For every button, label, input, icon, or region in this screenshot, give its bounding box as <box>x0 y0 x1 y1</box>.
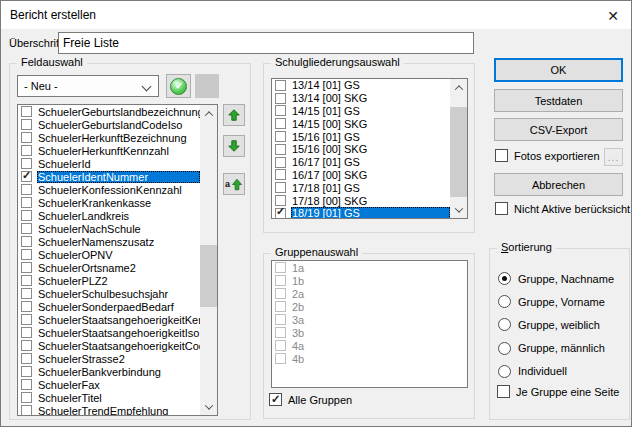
checkbox-icon[interactable] <box>21 119 32 130</box>
checkbox-icon[interactable] <box>275 208 286 218</box>
field-list-item[interactable]: SchuelerStaatsangehoerigkeitKennzahl <box>18 313 200 326</box>
checkbox-icon[interactable] <box>21 106 32 117</box>
schulgliederung-scrollbar[interactable] <box>450 79 467 218</box>
schulgliederung-list[interactable]: 13/14 [01] GS 13/14 [00] SKG 14/15 [01] … <box>271 78 468 219</box>
je-gruppe-checkbox[interactable]: Je Gruppe eine Seite <box>497 385 619 398</box>
field-list-item[interactable]: SchuelerKrankenkasse <box>18 196 200 209</box>
scroll-up-icon[interactable] <box>200 105 217 122</box>
checkbox-icon[interactable] <box>275 131 286 142</box>
checkbox-icon[interactable] <box>275 169 286 180</box>
nicht-aktive-checkbox[interactable]: Nicht Aktive berücksicht. <box>495 202 632 215</box>
schulgliederung-item[interactable]: 16/17 [00] SKG <box>272 169 450 182</box>
checkbox-icon[interactable] <box>21 171 32 182</box>
gruppen-list[interactable]: 1a 1b 2a 2b 3a 3b 4a <box>271 260 468 388</box>
checkbox-icon[interactable] <box>21 184 32 195</box>
schulgliederung-item[interactable]: 15/16 [01] GS <box>272 130 450 143</box>
checkbox-icon[interactable] <box>21 405 32 415</box>
field-list-item[interactable]: SchuelerStaatsangehoerigkeitCodeIso <box>18 339 200 352</box>
scroll-down-icon[interactable] <box>200 398 217 415</box>
checkbox-icon[interactable] <box>275 182 286 193</box>
schulgliederung-item[interactable]: 13/14 [01] GS <box>272 79 450 92</box>
checkbox-icon[interactable] <box>495 202 508 215</box>
checkbox-icon[interactable] <box>21 145 32 156</box>
fotos-exportieren-checkbox[interactable]: Fotos exportieren <box>495 149 600 162</box>
sort-option[interactable]: Gruppe, Nachname <box>498 267 614 290</box>
field-list-item[interactable]: SchuelerTrendEmpfehlung <box>18 404 200 415</box>
title-bar[interactable]: Bericht erstellen ✕ <box>1 1 631 29</box>
checkbox-icon[interactable] <box>21 327 32 338</box>
checkbox-icon[interactable] <box>275 118 286 129</box>
field-list-item[interactable]: SchuelerHerkunftBezeichnung <box>18 131 200 144</box>
radio-icon[interactable] <box>498 272 511 285</box>
checkbox-icon[interactable] <box>21 314 32 325</box>
checkbox-icon[interactable] <box>269 393 282 406</box>
checkbox-icon[interactable] <box>21 288 32 299</box>
field-list-item[interactable]: SchuelerPLZ2 <box>18 274 200 287</box>
checkbox-icon[interactable] <box>21 275 32 286</box>
checkbox-icon[interactable] <box>21 197 32 208</box>
schulgliederung-item[interactable]: 14/15 [01] GS <box>272 105 450 118</box>
checkbox-icon[interactable] <box>21 158 32 169</box>
schulgliederung-item[interactable]: 16/17 [01] GS <box>272 156 450 169</box>
checkbox-icon[interactable] <box>21 392 32 403</box>
sort-fields-button[interactable]: a <box>223 173 245 195</box>
checkbox-icon[interactable] <box>275 144 286 155</box>
field-list-item[interactable]: SchuelerStrasse2 <box>18 352 200 365</box>
close-icon[interactable]: ✕ <box>603 6 623 25</box>
field-list-item[interactable]: SchuelerId <box>18 157 200 170</box>
field-list-item[interactable]: SchuelerGeburtslandbezeichnungIso <box>18 105 200 118</box>
ueberschrift-input[interactable] <box>58 32 474 54</box>
checkbox-icon[interactable] <box>497 385 510 398</box>
sort-option[interactable]: Individuell <box>498 360 614 383</box>
checkbox-icon[interactable] <box>21 262 32 273</box>
radio-icon[interactable] <box>498 342 511 355</box>
field-list[interactable]: SchuelerGeburtslandbezeichnungIso Schuel… <box>17 104 218 416</box>
blank-button[interactable] <box>195 74 219 98</box>
preset-dropdown[interactable]: - Neu - <box>17 75 159 97</box>
field-list-item[interactable]: SchuelerOPNV <box>18 248 200 261</box>
field-list-item[interactable]: SchuelerNamenszusatz <box>18 235 200 248</box>
scroll-up-icon[interactable] <box>450 79 467 96</box>
schulgliederung-item[interactable]: 18/19 [01] GS <box>272 207 450 218</box>
schulgliederung-item[interactable]: 15/16 [00] SKG <box>272 143 450 156</box>
radio-icon[interactable] <box>498 295 511 308</box>
field-list-item[interactable]: SchuelerFax <box>18 378 200 391</box>
field-list-item[interactable]: SchuelerKonfessionKennzahl <box>18 183 200 196</box>
checkbox-icon[interactable] <box>275 157 286 168</box>
csv-export-button[interactable]: CSV-Export <box>494 118 623 141</box>
field-list-item[interactable]: SchuelerStaatsangehoerigkeitIso <box>18 326 200 339</box>
move-down-button[interactable] <box>223 135 245 157</box>
checkbox-icon[interactable] <box>21 366 32 377</box>
browse-button[interactable]: ... <box>604 148 623 166</box>
checkbox-icon[interactable] <box>21 379 32 390</box>
scrollbar-thumb[interactable] <box>450 107 467 197</box>
radio-icon[interactable] <box>498 318 511 331</box>
field-list-item[interactable]: SchuelerIdentNummer <box>18 170 200 183</box>
field-list-item[interactable]: SchuelerTitel <box>18 391 200 404</box>
checkbox-icon[interactable] <box>21 353 32 364</box>
field-list-item[interactable]: SchuelerGeburtslandCodeIso <box>18 118 200 131</box>
checkbox-icon[interactable] <box>21 301 32 312</box>
checkbox-icon[interactable] <box>275 93 286 104</box>
move-up-button[interactable] <box>223 104 245 126</box>
checkbox-icon[interactable] <box>21 132 32 143</box>
field-list-item[interactable]: SchuelerLandkreis <box>18 209 200 222</box>
ok-button[interactable]: OK <box>494 58 623 82</box>
checkbox-icon[interactable] <box>21 236 32 247</box>
field-list-scrollbar[interactable] <box>200 105 217 415</box>
radio-icon[interactable] <box>498 365 511 378</box>
checkbox-icon[interactable] <box>275 105 286 116</box>
scroll-down-icon[interactable] <box>450 201 467 218</box>
scrollbar-thumb[interactable] <box>200 245 217 307</box>
checkbox-icon[interactable] <box>21 340 32 351</box>
checkbox-icon[interactable] <box>275 80 286 91</box>
apply-preset-button[interactable] <box>166 74 191 98</box>
alle-gruppen-checkbox[interactable]: Alle Gruppen <box>269 393 352 406</box>
checkbox-icon[interactable] <box>21 223 32 234</box>
field-list-item[interactable]: SchuelerSchulbesuchsjahr <box>18 287 200 300</box>
field-list-item[interactable]: SchuelerHerkunftKennzahl <box>18 144 200 157</box>
field-list-item[interactable]: SchuelerNachSchule <box>18 222 200 235</box>
testdaten-button[interactable]: Testdaten <box>494 89 623 112</box>
field-list-item[interactable]: SchuelerOrtsname2 <box>18 261 200 274</box>
checkbox-icon[interactable] <box>21 249 32 260</box>
